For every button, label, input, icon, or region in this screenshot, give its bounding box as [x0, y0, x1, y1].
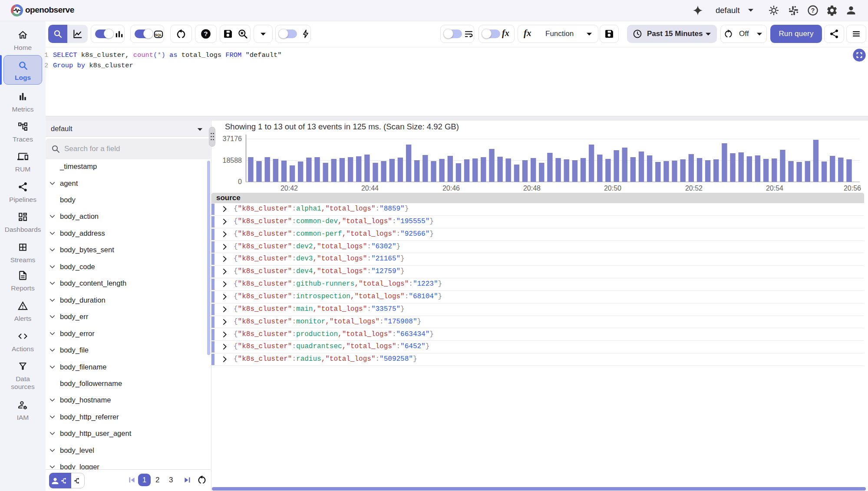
svg-text:20:50: 20:50	[604, 185, 621, 192]
svg-text:?: ?	[811, 7, 815, 14]
svg-text:20:48: 20:48	[523, 185, 541, 192]
svg-text:20:54: 20:54	[766, 185, 783, 192]
svg-text:?: ?	[204, 30, 208, 37]
svg-text:37176: 37176	[223, 135, 242, 142]
svg-text:SQL: SQL	[155, 33, 162, 37]
svg-text:20:42: 20:42	[281, 185, 298, 192]
svg-text:18588: 18588	[223, 157, 242, 164]
svg-text:20:56: 20:56	[844, 185, 861, 192]
svg-text:20:46: 20:46	[442, 185, 460, 192]
svg-text:0: 0	[238, 178, 242, 185]
svg-text:20:52: 20:52	[685, 185, 703, 192]
svg-text:20:44: 20:44	[361, 185, 379, 192]
